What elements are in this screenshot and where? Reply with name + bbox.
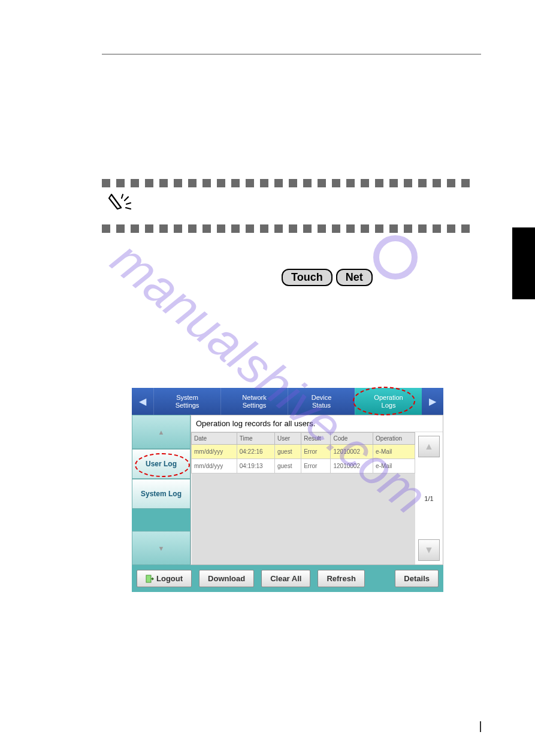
nav-label-l2: Logs bbox=[382, 402, 396, 409]
cell-code: 12010002 bbox=[331, 445, 373, 459]
cell-operation: e-Mail bbox=[373, 459, 415, 473]
cell-time: 04:22:16 bbox=[237, 445, 274, 459]
button-label: Logout bbox=[156, 574, 183, 583]
col-user[interactable]: User bbox=[274, 433, 301, 445]
sidebar-system-log[interactable]: System Log bbox=[132, 479, 191, 509]
table-row[interactable]: mm/dd/yyy 04:19:13 guest Error 12010002 … bbox=[192, 459, 415, 473]
nav-label-l1: Operation bbox=[374, 394, 403, 401]
nav-device-status[interactable]: Device Status bbox=[288, 388, 355, 415]
button-label: Download bbox=[208, 574, 245, 583]
col-time[interactable]: Time bbox=[237, 433, 274, 445]
top-nav: ◀ System Settings Network Settings Devic… bbox=[132, 388, 443, 415]
access-badges: Touch Net bbox=[282, 269, 481, 286]
cell-result: Error bbox=[301, 459, 331, 473]
nav-network-settings[interactable]: Network Settings bbox=[220, 388, 288, 415]
cell-user: guest bbox=[274, 445, 301, 459]
cell-operation: e-Mail bbox=[373, 445, 415, 459]
refresh-button[interactable]: Refresh bbox=[318, 570, 364, 587]
cell-result: Error bbox=[301, 445, 331, 459]
chevron-down-icon: ▼ bbox=[158, 545, 165, 552]
table-row[interactable]: mm/dd/yyy 04:22:16 guest Error 12010002 … bbox=[192, 445, 415, 459]
nav-label-l1: Network bbox=[242, 394, 266, 401]
button-label: Details bbox=[404, 574, 430, 583]
nav-next-icon[interactable]: ▶ bbox=[422, 388, 443, 415]
scroll-down-button[interactable]: ▼ bbox=[418, 539, 440, 561]
sidebar-label: System Log bbox=[141, 490, 182, 498]
side-scroll-down[interactable]: ▼ bbox=[132, 531, 191, 565]
panel-title: Operation log records for all users. bbox=[191, 415, 443, 432]
col-result[interactable]: Result bbox=[301, 433, 331, 445]
button-label: Clear All bbox=[270, 574, 301, 583]
scroll-up-button[interactable]: ▲ bbox=[418, 436, 440, 457]
operation-logs-screenshot: ◀ System Settings Network Settings Devic… bbox=[132, 388, 443, 592]
cell-date: mm/dd/yyy bbox=[192, 445, 237, 459]
clear-all-button[interactable]: Clear All bbox=[261, 570, 310, 587]
button-label: Refresh bbox=[327, 574, 355, 583]
download-button[interactable]: Download bbox=[199, 570, 254, 587]
action-bar: Logout Download Clear All Refresh Detail… bbox=[132, 565, 443, 592]
details-button[interactable]: Details bbox=[395, 570, 439, 587]
nav-label-l2: Settings bbox=[176, 402, 200, 409]
touch-badge: Touch bbox=[282, 269, 333, 286]
document-page: Touch Net ◀ System Settings Network Sett… bbox=[0, 0, 535, 592]
sidebar-user-log[interactable]: User Log bbox=[132, 449, 191, 479]
cell-time: 04:19:13 bbox=[237, 459, 274, 473]
nav-label-l2: Settings bbox=[243, 402, 267, 409]
page-number-rule: . bbox=[473, 721, 481, 732]
table-scroll: ▲ 1/1 ▼ bbox=[415, 432, 443, 564]
nav-operation-logs[interactable]: Operation Logs bbox=[355, 388, 422, 415]
log-panel: Operation log records for all users. Dat… bbox=[191, 415, 443, 565]
cell-date: mm/dd/yyy bbox=[192, 459, 237, 473]
nav-prev-icon[interactable]: ◀ bbox=[132, 388, 153, 415]
chevron-down-icon: ▼ bbox=[424, 545, 434, 555]
chevron-up-icon: ▲ bbox=[424, 441, 434, 452]
logout-icon bbox=[146, 575, 154, 583]
page-indicator: 1/1 bbox=[424, 495, 433, 502]
col-operation[interactable]: Operation bbox=[373, 433, 415, 445]
nav-label-l1: System bbox=[176, 394, 198, 401]
nav-label-l2: Status bbox=[312, 402, 331, 409]
chevron-up-icon: ▲ bbox=[158, 429, 165, 436]
header-rule bbox=[102, 54, 481, 54]
cell-user: guest bbox=[274, 459, 301, 473]
nav-system-settings[interactable]: System Settings bbox=[153, 388, 220, 415]
dotted-divider-top bbox=[102, 179, 481, 187]
log-table: Date Time User Result Code Operation mm/… bbox=[191, 432, 415, 564]
col-date[interactable]: Date bbox=[192, 433, 237, 445]
svg-rect-0 bbox=[146, 575, 151, 582]
col-code[interactable]: Code bbox=[331, 433, 373, 445]
touch-hand-icon bbox=[108, 192, 481, 220]
sidebar-label: User Log bbox=[146, 460, 177, 468]
cell-code: 12010002 bbox=[331, 459, 373, 473]
logout-button[interactable]: Logout bbox=[137, 570, 192, 587]
dotted-divider-bottom bbox=[102, 224, 481, 233]
net-badge: Net bbox=[336, 269, 373, 286]
side-tabs: ▲ User Log System Log ▼ bbox=[132, 415, 191, 565]
side-scroll-up[interactable]: ▲ bbox=[132, 415, 191, 449]
nav-label-l1: Device bbox=[312, 394, 332, 401]
